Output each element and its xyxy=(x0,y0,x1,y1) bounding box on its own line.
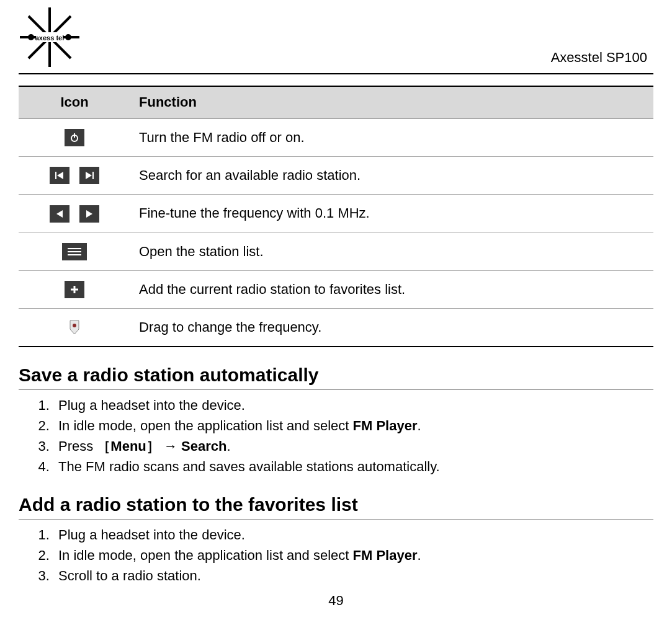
steps-add-favorite: Plug a headset into the device. In idle … xyxy=(19,525,653,586)
svg-marker-10 xyxy=(57,172,63,179)
step-text: The FM radio scans and saves available s… xyxy=(58,459,440,474)
svg-point-4 xyxy=(28,34,34,40)
add-favorite-icon xyxy=(65,281,84,298)
drag-slider-icon xyxy=(68,319,81,336)
svg-marker-13 xyxy=(56,210,63,218)
list-icon xyxy=(62,243,87,260)
table-row: Drag to change the frequency. xyxy=(19,308,653,347)
list-item: In idle mode, open the application list … xyxy=(53,415,653,436)
svg-marker-14 xyxy=(86,210,92,218)
steps-save-station: Plug a headset into the device. In idle … xyxy=(19,395,653,477)
power-icon xyxy=(65,129,84,146)
svg-marker-11 xyxy=(86,172,92,179)
svg-point-21 xyxy=(73,324,76,327)
product-model: Axesstel SP100 xyxy=(551,50,653,68)
table-cell-function: Search for an available radio station. xyxy=(130,157,653,195)
step-text-bold: ［Menu］ xyxy=(97,438,159,454)
svg-point-5 xyxy=(65,34,71,40)
list-item: Scroll to a radio station. xyxy=(53,565,653,586)
svg-rect-12 xyxy=(92,172,94,179)
tune-down-icon xyxy=(50,205,69,223)
table-row: Fine-tune the frequency with 0.1 MHz. xyxy=(19,195,653,232)
step-text: . xyxy=(226,438,230,454)
table-cell-function: Turn the FM radio off or on. xyxy=(130,118,653,157)
step-text: Scroll to a radio station. xyxy=(58,568,201,583)
prev-seek-icon xyxy=(50,167,69,184)
table-cell-function: Open the station list. xyxy=(130,232,653,270)
table-cell-function: Add the current radio station to favorit… xyxy=(130,270,653,308)
list-item: In idle mode, open the application list … xyxy=(53,545,653,565)
brand-logo: axess tel xyxy=(19,6,81,68)
step-text-bold: FM Player xyxy=(353,547,418,563)
document-page: axess tel Axesstel SP100 Icon Function T… xyxy=(0,0,672,586)
table-header-function: Function xyxy=(130,86,653,118)
step-text: In idle mode, open the application list … xyxy=(58,547,353,563)
step-text: Press xyxy=(58,438,97,454)
step-text: . xyxy=(417,547,421,563)
table-row: Open the station list. xyxy=(19,232,653,270)
next-seek-icon xyxy=(79,167,99,184)
table-row: Turn the FM radio off or on. xyxy=(19,118,653,157)
step-text: Plug a headset into the device. xyxy=(58,527,245,542)
step-text: → xyxy=(160,438,181,454)
list-item: Plug a headset into the device. xyxy=(53,525,653,545)
page-number: 49 xyxy=(0,593,672,609)
table-row: Add the current radio station to favorit… xyxy=(19,270,653,308)
list-item: Press ［Menu］ → Search. xyxy=(53,436,653,456)
step-text: Plug a headset into the device. xyxy=(58,397,245,413)
page-header: axess tel Axesstel SP100 xyxy=(19,6,653,74)
table-cell-function: Fine-tune the frequency with 0.1 MHz. xyxy=(130,195,653,232)
logo-text: axess tel xyxy=(35,34,64,42)
step-text: . xyxy=(417,418,421,433)
table-header-icon: Icon xyxy=(19,86,130,118)
icon-function-table: Icon Function Turn the FM radio off or o… xyxy=(19,86,653,347)
section-heading-favorites: Add a radio station to the favorites lis… xyxy=(19,494,653,520)
step-text: In idle mode, open the application list … xyxy=(58,418,353,433)
table-cell-function: Drag to change the frequency. xyxy=(130,308,653,347)
svg-rect-9 xyxy=(55,172,56,179)
tune-up-icon xyxy=(79,205,99,223)
table-row: Search for an available radio station. xyxy=(19,157,653,195)
list-item: Plug a headset into the device. xyxy=(53,395,653,415)
list-item: The FM radio scans and saves available s… xyxy=(53,456,653,477)
section-heading-save: Save a radio station automatically xyxy=(19,365,653,390)
step-text-bold: Search xyxy=(181,438,226,454)
step-text-bold: FM Player xyxy=(353,418,418,433)
